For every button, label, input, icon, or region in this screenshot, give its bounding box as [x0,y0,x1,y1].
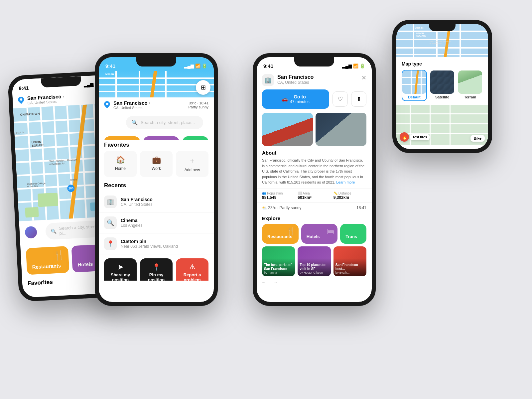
cat-restaurants-2[interactable]: 🍴 Restaurants [104,136,140,140]
layers-icon-2: ⊞ [201,84,206,91]
explore-hotel-icon-3: 🛏 [327,227,334,236]
fav-home-2[interactable]: 🏠 Home [104,151,137,177]
cat-restaurants-1[interactable]: 🍴 Restaurants [26,246,69,275]
restaurant-icon-2: 🍴 [125,140,137,140]
cat-hotels-2[interactable]: 🛏 Hotels [143,136,179,140]
stat-area-value: 601km² [298,195,331,200]
battery-icon-2: 🔋 [202,64,207,68]
detail-icon-3: 🏢 [262,74,274,86]
article-places-author: by Hector Gibson [300,271,329,274]
details-title-3: Details [257,280,372,283]
explore-cat-trans-3[interactable]: Trans [340,224,366,244]
dt-v2 [421,70,422,94]
stat-population-value: 881,549 [262,195,295,200]
fav-add-2[interactable]: ＋ Add new [176,151,208,177]
photos-row-3 [257,113,372,150]
stat-distance: 📏 Distance 9,302km [333,192,366,200]
restaurant-icon-1: 🍴 [53,250,66,261]
weather-left-3: ⛅ 23°c · Partly sunny [262,205,302,210]
union-square-label: UNIONSQUARE [32,140,45,147]
map-type-terrain[interactable]: Terrain [458,70,483,101]
map-type-default[interactable]: Default [402,70,427,101]
recent-item-1[interactable]: 🔍 Cinema Los Angeles [99,212,214,233]
go-duration-3: 47 minutes [290,99,310,104]
pin-position-btn[interactable]: 📍 Pin myposition [140,258,173,281]
share-position-btn[interactable]: ➤ Share myposition [104,258,137,281]
weather-condition-2: Partly sunny [188,105,208,109]
action-row-3: 🚗 Go to 47 minutes ♡ ⬆ [257,89,372,113]
park-2 [25,207,39,218]
location-text-1: San Francisco › CA, United States [27,91,106,105]
search-bar-2[interactable]: 🔍 Search a city, street, place... [126,116,203,129]
article-sf[interactable]: San Francisco best... by Eva h... [333,246,366,276]
map-type-title: Map type [402,61,483,66]
map-vstreet-2 [139,71,140,97]
stat-area-label: ⬜ Area [298,192,331,195]
search-placeholder-2: Search a city, street, place... [141,120,195,125]
main-scroll-2: 🔍 Search a city, street, place... 🍴 Rest… [99,112,214,281]
map4-union-label: UNIONSQUARE [416,32,426,37]
map-type-section: Map type Default [396,57,488,105]
stat-area: ⬜ Area 601km² [298,192,331,200]
fire-label: rest fires [410,134,430,140]
sat-bg [430,70,454,94]
article-sf-title: San Francisco best... [335,263,364,271]
recent-pin-sub: Near 063 Jerald Views, Oakland [121,244,178,249]
map-type-satellite[interactable]: Satellite [430,70,455,101]
wifi-icon-2: 📶 [195,64,200,68]
go-btn-3[interactable]: 🚗 Go to 47 minutes [262,89,329,109]
avatar-2 [104,116,117,129]
go-label-3: Go to [290,94,310,99]
detail-location-3: San Francisco CA, United States [277,74,314,85]
mason-label: Mason St [105,72,117,75]
location-header-2: San Francisco › CA, United States 39°c ·… [99,97,214,112]
photo-city [316,113,366,146]
article-places[interactable]: Top 10 places to visit in SF by Hector G… [298,246,331,276]
article-parks-title: The best parks of San Francisco [264,263,293,271]
share-btn-3[interactable]: ⬆ [351,91,366,107]
learn-more-link-3[interactable]: Learn more [336,180,355,184]
explore-cat-restaurants-3[interactable]: 🍴 Restaurants [262,224,299,244]
signal-icon-2: ▂▄▆ [184,64,194,68]
explore-cat-hotels-3[interactable]: 🛏 Hotels [301,224,338,244]
map-type-options: Default Satellite Terrain [402,70,483,101]
add-icon-2: ＋ [189,156,196,166]
map4-h4 [396,54,488,55]
bike-badge[interactable]: Bike [470,135,485,142]
signal-icon-3: ▂▄▆ [342,64,352,68]
weather-row-3: ⛅ 23°c · Partly sunny 18:41 [257,203,372,213]
cat-trans-2[interactable]: Trans [183,136,208,140]
warning-icon-2: ⚠ [189,263,195,271]
layer-btn-2[interactable]: ⊞ [196,80,210,95]
fav-work-2[interactable]: 💼 Work [140,151,173,177]
home-icon-2: 🏠 [116,156,125,164]
explore-cards-3: 🍴 Restaurants 🛏 Hotels Trans [262,224,366,244]
default-label: Default [402,94,426,100]
fire-icon-badge[interactable]: 🔥 [400,132,409,142]
notch-4 [429,24,456,31]
default-bg [402,70,426,94]
area-icon-3: ⬜ [298,192,302,195]
close-btn-3[interactable]: ✕ [361,74,366,81]
map4-bush-label: Bush St [415,27,423,29]
heart-btn-3[interactable]: ♡ [332,91,348,107]
about-title-3: About [262,150,366,156]
recent-sf-icon: 🏢 [104,196,117,208]
recent-sf-info: San Francisco CA, United States [121,197,153,207]
recent-cinema-sub: Los Angeles [121,223,142,228]
terrain-bg [458,70,482,94]
recent-item-0[interactable]: 🏢 San Francisco CA, United States [99,192,214,212]
recent-item-2[interactable]: 📍 Custom pin Near 063 Jerald Views, Oakl… [99,233,214,254]
satellite-label: Satellite [430,94,454,100]
notch-2 [136,57,176,66]
city-2: San Francisco › [113,100,186,106]
satellite-thumb [430,70,454,94]
fav-add-label-2: Add new [185,168,200,172]
dt-h2 [402,84,426,85]
article-parks[interactable]: The best parks of San Francisco by Tiann… [262,246,295,276]
pin-btn-label: Pin myposition [148,272,165,281]
recent-sf-name: San Francisco [121,197,153,202]
recent-cinema-info: Cinema Los Angeles [121,218,142,228]
report-problem-btn[interactable]: ⚠ Report aproblem [176,258,208,281]
battery-icon-3: 🔋 [360,64,365,68]
